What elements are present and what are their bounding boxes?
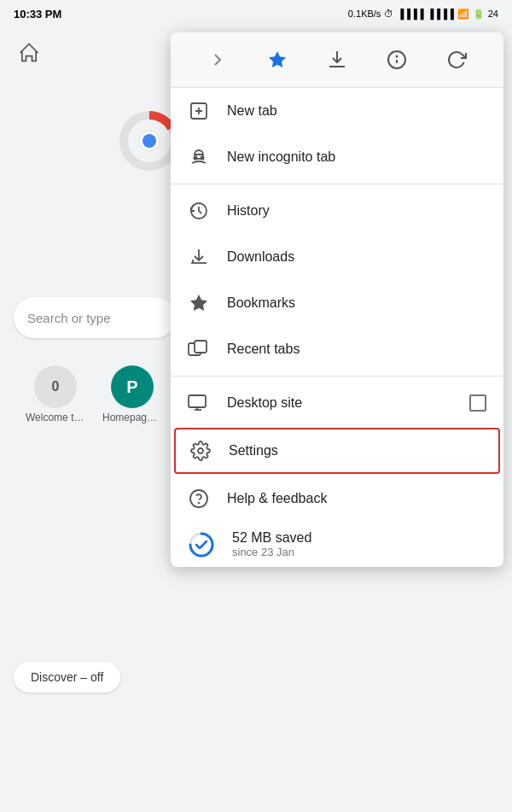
new-tab-label: New tab (227, 103, 486, 119)
mb-saved-desc: since 23 Jan (232, 546, 311, 558)
bookmarks-item[interactable]: Bookmarks (171, 280, 503, 326)
help-feedback-label: Help & feedback (227, 491, 486, 506)
downloads-label: Downloads (227, 249, 486, 265)
shortcut-1-icon: 0 (34, 365, 77, 408)
downloads-item[interactable]: Downloads (171, 234, 503, 280)
settings-icon (189, 440, 212, 462)
shortcut-1-label: Welcome to... (26, 412, 85, 424)
svg-point-23 (198, 448, 203, 453)
new-incognito-tab-item[interactable]: New incognito tab (171, 134, 503, 180)
bookmark-button[interactable] (260, 43, 294, 77)
bookmarks-icon (188, 292, 210, 314)
forward-button[interactable] (201, 43, 235, 77)
menu-toolbar (171, 32, 503, 88)
new-incognito-tab-label: New incognito tab (227, 149, 486, 165)
divider-2 (171, 376, 503, 377)
desktop-site-icon (188, 392, 210, 414)
settings-item[interactable]: Settings (174, 428, 500, 474)
discover-button[interactable]: Discover – off (14, 662, 120, 692)
speed-indicator: 0.1KB/s (348, 9, 381, 19)
shortcuts-row-1: 0 Welcome to... P Homepage ... (26, 365, 162, 424)
history-icon (188, 200, 210, 222)
svg-marker-17 (190, 295, 207, 311)
history-item[interactable]: History (171, 188, 503, 234)
recent-tabs-label: Recent tabs (227, 342, 486, 357)
desktop-site-label: Desktop site (227, 395, 452, 411)
clock-icon: ⏱ (384, 9, 393, 19)
settings-label: Settings (229, 443, 485, 459)
search-bar[interactable]: Search or type (14, 297, 176, 338)
battery-icon: 🔋 (473, 9, 485, 20)
mb-saved-title: 52 MB saved (232, 530, 311, 546)
bookmarks-label: Bookmarks (227, 295, 486, 311)
divider-1 (171, 184, 503, 184)
shortcut-2-label: Homepage ... (102, 412, 162, 424)
shortcut-2-icon: P (111, 365, 154, 408)
svg-point-13 (194, 156, 198, 161)
mb-saved-text: 52 MB saved since 23 Jan (232, 530, 311, 558)
svg-point-14 (201, 156, 205, 161)
svg-point-24 (190, 490, 207, 507)
recent-tabs-icon (188, 338, 210, 360)
status-bar: 10:33 PM 0.1KB/s ⏱ ▐▐▐▐ ▐▐▐▐ 📶 🔋 24 (0, 0, 512, 27)
desktop-site-item[interactable]: Desktop site (171, 380, 503, 426)
battery-level: 24 (488, 9, 498, 19)
svg-marker-3 (269, 51, 286, 67)
downloads-icon (188, 246, 210, 268)
help-feedback-item[interactable]: Help & feedback (171, 476, 503, 522)
help-icon (188, 488, 210, 510)
shortcut-2[interactable]: P Homepage ... (102, 365, 162, 424)
new-tab-item[interactable]: New tab (171, 88, 503, 134)
new-tab-icon (188, 100, 210, 122)
incognito-icon (188, 146, 210, 168)
svg-rect-20 (189, 395, 206, 407)
savings-icon (188, 531, 215, 558)
desktop-site-checkbox[interactable] (469, 394, 486, 412)
signal-icon-1: ▐▐▐▐ (397, 9, 423, 19)
context-menu: New tab New incognito tab History (171, 32, 503, 567)
info-button[interactable] (380, 43, 414, 77)
history-label: History (227, 203, 486, 219)
svg-point-2 (143, 134, 156, 148)
status-icons: 0.1KB/s ⏱ ▐▐▐▐ ▐▐▐▐ 📶 🔋 24 (348, 9, 498, 20)
refresh-button[interactable] (439, 43, 474, 77)
status-time: 10:33 PM (14, 8, 61, 20)
search-placeholder: Search or type (27, 311, 111, 325)
mb-saved-item: 52 MB saved since 23 Jan (171, 522, 503, 567)
download-button[interactable] (320, 43, 354, 77)
wifi-icon: 📶 (457, 9, 469, 20)
recent-tabs-item[interactable]: Recent tabs (171, 326, 503, 372)
signal-icon-2: ▐▐▐▐ (428, 9, 454, 19)
shortcut-1[interactable]: 0 Welcome to... (26, 365, 85, 424)
svg-rect-19 (195, 341, 207, 353)
home-icon[interactable] (17, 41, 41, 68)
